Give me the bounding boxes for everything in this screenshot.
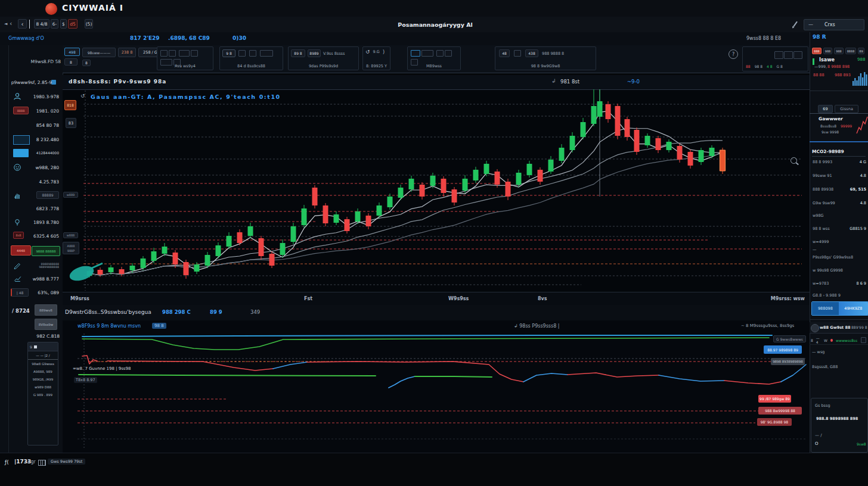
sidebar-row-7[interactable]: 4.25.783 — [8, 177, 63, 188]
sidebar-row-1[interactable]: 1980.3-978 — [8, 92, 63, 102]
layout-icon[interactable] — [793, 51, 802, 59]
tool-icon[interactable] — [411, 50, 420, 57]
sidebar-button-1[interactable]: 889wv8 — [35, 304, 57, 316]
trade-button-left[interactable]: 988098 — [812, 302, 839, 315]
dropdown-item-0[interactable]: — — |2 / — [28, 351, 58, 360]
sell-button[interactable]: 4448 — [11, 245, 31, 256]
panel-chip[interactable]: 8888 — [845, 48, 856, 54]
indicator-legend-chip[interactable]: 98 8 — [152, 323, 166, 329]
menu-chip-4[interactable]: d5 — [68, 19, 78, 29]
sidebar-button-2[interactable]: 8V8ss9w — [35, 319, 57, 330]
tool-icon[interactable] — [260, 50, 273, 57]
period-chip[interactable]: 9 8 — [222, 49, 235, 57]
menu-chip-5[interactable]: (5) — [85, 19, 93, 29]
nav-back-icon[interactable]: ◄ — [4, 21, 7, 26]
panel-chip-sell[interactable]: 888 — [812, 48, 822, 54]
indicator-search-box[interactable]: G 9wws8wwws — [773, 335, 806, 342]
menu-chip-2[interactable]: 6- — [51, 19, 58, 29]
panel-chip[interactable]: 988 — [823, 48, 832, 54]
nav-chevron-icon[interactable]: ‹ — [10, 20, 12, 27]
tool-icon[interactable] — [436, 50, 444, 57]
tool-icon[interactable] — [179, 50, 190, 57]
sidebar-value: 1893 8.780 — [33, 220, 59, 225]
sidebar-row-6[interactable]: w988, 280 — [8, 163, 63, 173]
sidebar-row-8[interactable]: 88889 — [8, 191, 63, 201]
chart-frame-icon — [13, 135, 30, 145]
detail-link[interactable]: w=4999 — [813, 239, 829, 244]
trade-button-right[interactable]: 49HK9Z8 — [839, 302, 868, 315]
settings-text: 988 9888 8 — [542, 51, 564, 56]
layout-icon[interactable] — [774, 51, 783, 59]
sidebar-row-10[interactable]: 1893 8.780 — [8, 218, 63, 228]
sidebar-row-2[interactable]: 8888 1981. 020 — [8, 107, 63, 117]
magnifier-icon[interactable] — [790, 157, 797, 164]
sidebar-dropdown-panel[interactable]: 9 — — |2 / 98w8 G9wsss A9888, 989 989G8,… — [27, 342, 58, 446]
grid-icon[interactable] — [38, 460, 46, 466]
ribbon-group-label: 9das P99s9s9d — [289, 64, 358, 68]
view-chip-1[interactable]: 89 8 — [291, 49, 305, 57]
alert-badge-2: 988 8w99998 88 — [758, 407, 802, 415]
menu-chip-1[interactable]: 8 4/8 — [34, 19, 49, 29]
todo-checkbox[interactable]: O — [815, 441, 819, 446]
trade-button[interactable]: 988098 49HK9Z8 — [811, 301, 868, 316]
dropdown-item-3[interactable]: 989G8, /A99 — [28, 375, 58, 383]
assistant-icon-1[interactable]: 8 — [811, 338, 813, 342]
price-tag-1: w889 — [63, 192, 78, 198]
corner-item: G 8 — [777, 64, 783, 68]
settings-chip-1[interactable]: 48 — [499, 49, 510, 57]
dropdown-item-2[interactable]: A9888, 989 — [28, 367, 58, 375]
tool-icon[interactable] — [249, 50, 256, 57]
tab-1[interactable]: 69 — [818, 105, 833, 113]
ribbon-stack-chip-1[interactable]: 498 — [64, 48, 80, 56]
tool-icon[interactable] — [514, 50, 521, 57]
ribbon-stack-chip-2[interactable]: 8 — [64, 58, 78, 66]
tool-icon[interactable] — [169, 50, 176, 57]
todo-send-link[interactable]: 9sw8 — [857, 442, 866, 446]
tool-icon[interactable] — [160, 50, 168, 57]
ribbon-chip-2[interactable]: 238 8 — [118, 48, 136, 57]
quote-right-label: 9wss8 88 8 E8 — [746, 36, 781, 41]
sidebar-row-13[interactable]: 8988988888 98899888888 — [8, 261, 63, 271]
buy-button[interactable]: 9888 88888 — [32, 246, 60, 256]
sidebar-row-14[interactable]: w988 8.777 — [8, 275, 63, 285]
sidebar-row-0[interactable]: p9www9sf, 2.85-9 — [8, 78, 63, 88]
help-icon[interactable]: ? — [728, 49, 738, 59]
dropdown-item-1[interactable]: 98w8 G9wsss — [28, 360, 58, 367]
sidebar-row-11[interactable]: 8s8 6325.4 605 — [8, 232, 63, 242]
ribbon-group-view: 89 8 8989 V.9ss 8ssss 9das P99s9s9d — [288, 46, 359, 70]
price-tag-3-line2: 988P — [67, 248, 75, 253]
tab-2[interactable]: Gissna — [835, 105, 858, 113]
sidebar-row-9[interactable]: 6823 .778 — [8, 204, 63, 214]
assistant-box-icon[interactable] — [861, 337, 866, 343]
tool-icon[interactable] — [238, 50, 246, 57]
sidebar-row-3[interactable]: 854 80 78 — [8, 121, 63, 131]
assistant-icon-3[interactable]: W — [824, 338, 827, 342]
tool-icon[interactable] — [191, 50, 198, 57]
tool-icon[interactable] — [421, 50, 433, 57]
refresh-icon[interactable]: ↺ — [365, 49, 370, 55]
menu-chip-3[interactable]: $ — [60, 19, 67, 29]
edit-pencil-icon[interactable] — [795, 21, 796, 27]
symbol-dropdown[interactable]: — Crxs — [804, 19, 864, 30]
quote-value-2: .6898, 68 C89 — [168, 35, 210, 41]
chart-header-link[interactable]: ~9-0 — [627, 79, 640, 85]
quote-row2a: 88 88 — [813, 73, 824, 77]
tool-icon[interactable] — [445, 50, 452, 57]
layout-icon[interactable] — [784, 51, 793, 59]
settings-chip-2[interactable]: 438 — [525, 49, 538, 57]
ribbon-chip-1[interactable]: 98sww——— — [82, 48, 116, 57]
back-button[interactable]: ‹ — [18, 19, 27, 29]
sidebar-row-4[interactable]: 8 232.480 — [8, 135, 63, 145]
panel-chip[interactable]: 89 — [858, 48, 864, 54]
dropdown-item-5[interactable]: G 989 . 899 — [28, 391, 58, 398]
ribbon-chip-small[interactable]: 8 — [82, 60, 91, 66]
indicator-blue-button[interactable]: 88.97 989898 89 — [764, 345, 802, 354]
panel-chip[interactable]: 988 — [834, 48, 844, 54]
detail-label[interactable]: 888 89938 — [813, 187, 833, 192]
sidebar-row-5[interactable]: 4128444000 — [8, 149, 63, 159]
view-chip-2[interactable]: 8989 — [308, 49, 321, 57]
sidebar-row-12[interactable]: 4448 9888 88888 — [8, 245, 63, 257]
dropdown-item-4[interactable]: w989 D88 — [28, 383, 58, 391]
assistant-icon-2[interactable]: —4 — [816, 336, 821, 344]
sidebar-row-15[interactable]: | 48 63%, 089 — [8, 288, 63, 298]
